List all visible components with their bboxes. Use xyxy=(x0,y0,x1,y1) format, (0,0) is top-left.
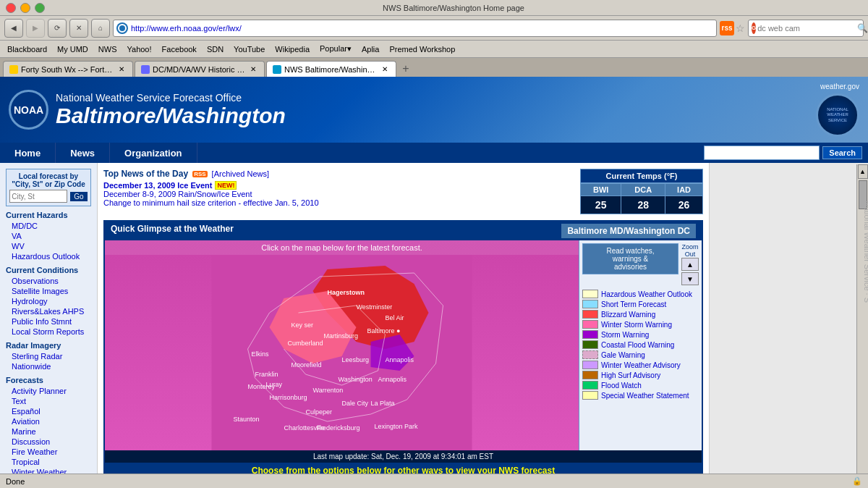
legend-item-special-weather[interactable]: Special Weather Statement xyxy=(582,391,699,400)
sidebar-link-satellite-images[interactable]: Satellite Images xyxy=(6,286,91,296)
legend-color-winter-weather xyxy=(582,361,598,369)
legend-label-flood-watch[interactable]: Flood Watch xyxy=(601,382,642,390)
bookmark-sdn[interactable]: SDN xyxy=(203,43,228,55)
reload-button[interactable]: ⟳ xyxy=(48,19,67,38)
sidebar-link-fire-weather[interactable]: Fire Weather xyxy=(6,447,91,457)
legend-label-short-term[interactable]: Short Term Forecast xyxy=(601,300,666,308)
legend-item-winter-storm[interactable]: Winter Storm Warning xyxy=(582,320,699,329)
legend-label-special-weather[interactable]: Special Weather Statement xyxy=(601,392,689,400)
top-news-area: Top News of the Day RSS [Archived News] … xyxy=(103,169,703,214)
home-button[interactable]: ⌂ xyxy=(91,19,110,38)
nav-home[interactable]: Home xyxy=(0,143,56,163)
sidebar-link-rivers-lakes[interactable]: Rivers&Lakes AHPS xyxy=(6,306,91,316)
tab-close-forty-south[interactable]: ✕ xyxy=(116,64,127,75)
bookmark-aplia[interactable]: Aplia xyxy=(357,43,383,55)
nav-organization[interactable]: Organization xyxy=(110,143,197,163)
legend-label-winter-storm[interactable]: Winter Storm Warning xyxy=(601,321,672,329)
sidebar-section-current-conditions: Current Conditions xyxy=(6,266,91,274)
close-button[interactable] xyxy=(6,3,16,13)
legend-label-gale[interactable]: Gale Warning xyxy=(601,351,645,359)
zoom-up-button[interactable]: ▲ xyxy=(681,258,699,271)
sidebar-link-espanol[interactable]: Español xyxy=(6,406,91,416)
address-bar[interactable] xyxy=(113,20,717,37)
sidebar-link-local-storm[interactable]: Local Storm Reports xyxy=(6,327,91,337)
sidebar-link-tropical[interactable]: Tropical xyxy=(6,457,91,467)
legend-label-coastal-flood[interactable]: Coastal Flood Warning xyxy=(601,341,674,349)
sidebar-link-sterling-radar[interactable]: Sterling Radar xyxy=(6,351,91,361)
tab-forty-south[interactable]: Forty South Wx --> Forty South ... ✕ xyxy=(3,61,133,77)
bookmark-nws[interactable]: NWS xyxy=(94,43,122,55)
sidebar-link-observations[interactable]: Observations xyxy=(6,276,91,286)
archived-news-link[interactable]: [Archived News] xyxy=(212,169,269,178)
legend-label-blizzard[interactable]: Blizzard Warning xyxy=(601,311,655,319)
news-link-hail[interactable]: Change to minimum hail size criterion - … xyxy=(103,198,573,207)
bookmark-wikipedia[interactable]: Wikipedia xyxy=(271,43,314,55)
rss-button[interactable]: rss xyxy=(720,21,734,35)
nav-search-input[interactable] xyxy=(704,146,820,160)
legend-item-blizzard[interactable]: Blizzard Warning xyxy=(582,310,699,319)
maximize-button[interactable] xyxy=(35,3,45,13)
tab-close-nws[interactable]: ✕ xyxy=(380,64,390,75)
sidebar-link-marine[interactable]: Marine xyxy=(6,426,91,437)
bookmark-premed-workshop[interactable]: Premed Workshop xyxy=(385,43,459,55)
tab-close-dc-md[interactable]: ✕ xyxy=(248,64,258,75)
local-forecast-go-button[interactable]: Go xyxy=(70,192,87,201)
back-button[interactable]: ◀ xyxy=(4,19,23,38)
nav-news[interactable]: News xyxy=(56,143,110,163)
bookmark-my-umd[interactable]: My UMD xyxy=(53,43,93,55)
address-input[interactable] xyxy=(131,24,713,33)
svg-text:Washington: Washington xyxy=(339,376,373,383)
sidebar-link-hazardous-outlook[interactable]: Hazardous Outlook xyxy=(6,251,91,261)
legend-label-hazardous[interactable]: Hazardous Weather Outlook xyxy=(601,290,692,298)
legend-label-winter-weather[interactable]: Winter Weather Advisory xyxy=(601,361,681,369)
scrollbar-up-button[interactable]: ▲ xyxy=(858,164,868,179)
sidebar-link-text[interactable]: Text xyxy=(6,396,91,406)
news-link-dec13[interactable]: December 13, 2009 Ice Event xyxy=(103,181,212,190)
legend-item-winter-weather[interactable]: Winter Weather Advisory xyxy=(582,361,699,369)
bookmark-popular[interactable]: Popular▾ xyxy=(315,43,356,55)
tab-dc-md[interactable]: DC/MD/VA/WV Historic Decem... ✕ xyxy=(135,61,265,77)
legend-item-gale[interactable]: Gale Warning xyxy=(582,350,699,359)
legend-item-short-term[interactable]: Short Term Forecast xyxy=(582,300,699,308)
read-watches-button[interactable]: Read watches,warnings &advisories xyxy=(582,243,678,274)
sidebar-link-winter-weather[interactable]: Winter Weather xyxy=(6,467,91,474)
sidebar-link-hydrology[interactable]: Hydrology xyxy=(6,296,91,306)
browser-search-button[interactable]: 🔍 xyxy=(857,23,868,33)
browser-search-bar[interactable]: G 🔍 xyxy=(748,20,864,37)
sidebar-link-public-info[interactable]: Public Info Stmnt xyxy=(6,316,91,327)
nav-search-button[interactable]: Search xyxy=(822,146,862,159)
tab-nws[interactable]: NWS Baltimore/Washington Ho... ✕ xyxy=(266,61,396,77)
sidebar-link-activity-planner[interactable]: Activity Planner xyxy=(6,386,91,396)
sidebar-link-aviation[interactable]: Aviation xyxy=(6,416,91,426)
sidebar-link-va[interactable]: VA xyxy=(6,231,91,241)
browser-search-input[interactable] xyxy=(757,24,857,33)
legend-item-high-surf[interactable]: High Surf Advisory xyxy=(582,371,699,379)
new-tab-button[interactable]: + xyxy=(398,61,414,77)
legend-item-coastal-flood[interactable]: Coastal Flood Warning xyxy=(582,340,699,349)
legend-label-high-surf[interactable]: High Surf Advisory xyxy=(601,371,660,379)
legend-item-storm-warning[interactable]: Storm Warning xyxy=(582,330,699,339)
sidebar-link-md-dc[interactable]: MD/DC xyxy=(6,221,91,231)
map-image[interactable]: Click on the map below for the latest fo… xyxy=(105,240,579,450)
bookmark-facebook[interactable]: Facebook xyxy=(158,43,201,55)
bookmark-yahoo[interactable]: Yahoo! xyxy=(123,43,156,55)
forward-button[interactable]: ▶ xyxy=(26,19,45,38)
zoom-down-button[interactable]: ▼ xyxy=(681,272,699,285)
sidebar-link-discussion[interactable]: Discussion xyxy=(6,437,91,447)
sidebar-link-nationwide[interactable]: Nationwide xyxy=(6,361,91,371)
local-forecast-input[interactable] xyxy=(9,190,67,203)
nws-main-title: Baltimore/Washington xyxy=(56,104,286,128)
bookmark-blackboard[interactable]: Blackboard xyxy=(3,43,51,55)
legend-label-storm-warning[interactable]: Storm Warning xyxy=(601,331,649,339)
legend-item-flood-watch[interactable]: Flood Watch xyxy=(582,381,699,390)
stop-button[interactable]: ✕ xyxy=(69,19,88,38)
legend-item-hazardous[interactable]: Hazardous Weather Outlook xyxy=(582,290,699,298)
new-badge: NEW! xyxy=(215,181,237,190)
legend-color-short-term xyxy=(582,300,598,308)
minimize-button[interactable] xyxy=(20,3,30,13)
sidebar-link-wv[interactable]: WV xyxy=(6,241,91,251)
tab-label-dc-md: DC/MD/VA/WV Historic Decem... xyxy=(153,65,245,74)
news-link-dec8[interactable]: December 8-9, 2009 Rain/Snow/Ice Event xyxy=(103,190,573,198)
star-button[interactable]: ☆ xyxy=(736,22,745,34)
bookmark-youtube[interactable]: YouTube xyxy=(229,43,269,55)
